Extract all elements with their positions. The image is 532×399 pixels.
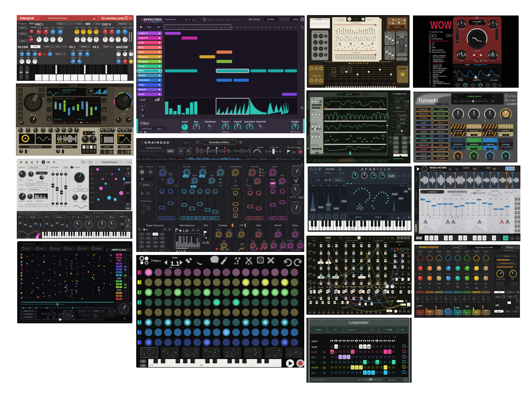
svg-text:SETTINGS: SETTINGS — [509, 95, 517, 97]
svg-text:-10: -10 — [499, 218, 501, 219]
svg-text:↺: ↺ — [140, 131, 142, 133]
svg-text:WAVE: WAVE — [453, 71, 456, 73]
svg-text:Gate: Gate — [351, 310, 354, 310]
svg-text:MIDI-IN: MIDI-IN — [317, 297, 321, 298]
svg-text:D 1: D 1 — [428, 312, 431, 313]
svg-text:Reso: Reso — [262, 172, 265, 174]
svg-text:19: 19 — [241, 27, 242, 28]
svg-text:WET: WET — [379, 379, 382, 381]
svg-text:Delay: Delay — [280, 175, 284, 176]
svg-text:Feedback: Feedback — [287, 240, 294, 242]
svg-text:RATE: RATE — [95, 34, 98, 36]
svg-text:VALUE: VALUE — [315, 105, 318, 106]
svg-text:⋯: ⋯ — [301, 89, 303, 91]
svg-text:RATE: RATE — [20, 57, 23, 58]
svg-text:⚛: ⚛ — [235, 209, 236, 211]
svg-text:A • SPIRIT • SPELL 2 • FLINT •: A • SPIRIT • SPELL 2 • FLINT • FLOPPO — [55, 98, 75, 100]
svg-text:▶: ▶ — [518, 208, 520, 209]
svg-text:♻: ♻ — [197, 229, 199, 231]
svg-text:MASTER: MASTER — [116, 46, 128, 49]
svg-text:LFO 2: LFO 2 — [96, 216, 100, 218]
svg-text:NOTE ON: NOTE ON — [400, 119, 406, 120]
svg-text:StutterBeat DWEnv: StutterBeat DWEnv — [209, 141, 229, 144]
svg-text:BND ▸: BND ▸ — [190, 218, 195, 219]
svg-text:ACTION SECTION: ACTION SECTION — [394, 134, 404, 135]
svg-text:10: 10 — [384, 237, 386, 239]
svg-text:Looper B: Looper B — [139, 37, 148, 39]
svg-text:▦: ▦ — [103, 109, 105, 111]
svg-text:◂Guitar Amp▸: ◂Guitar Amp▸ — [501, 144, 510, 145]
svg-text:PHASER: PHASER — [81, 46, 87, 48]
svg-text:L: L — [291, 203, 292, 205]
svg-text:SUGAR BYTES: SUGAR BYTES — [507, 103, 517, 105]
svg-text:Finalizer: Finalizer — [504, 255, 510, 257]
svg-text:LOOP: LOOP — [308, 160, 311, 160]
svg-text:FX 2: FX 2 — [312, 372, 316, 374]
svg-text:17: 17 — [429, 85, 431, 87]
svg-text:Pan: Pan — [449, 296, 451, 298]
svg-text:🗑: 🗑 — [169, 228, 171, 230]
svg-text:DAC: DAC — [384, 242, 387, 244]
svg-text:FX: FX — [397, 175, 401, 177]
svg-text:Env Decay: Env Decay — [231, 187, 240, 190]
svg-text:Reverb: Reverb — [275, 224, 281, 227]
svg-text:◐: ◐ — [393, 362, 394, 364]
svg-text:Abs: Abs — [162, 178, 164, 180]
svg-text:S E Q U E N C E R: S E Q U E N C E R — [44, 212, 58, 214]
svg-text:LFO 1: LFO 1 — [72, 216, 76, 218]
svg-text:13: 13 — [429, 77, 431, 79]
svg-text:Gate: Gate — [316, 299, 318, 300]
svg-text:Work: Work — [19, 179, 23, 181]
svg-text:JKT: JKT — [432, 45, 434, 46]
svg-text:◀: ◀ — [41, 313, 43, 315]
svg-text:D: D — [45, 35, 46, 37]
svg-text:SEQUENCER SETTINGS: SEQUENCER SETTINGS — [393, 111, 406, 113]
svg-text:Pan: Pan — [459, 296, 461, 298]
svg-text:VELOS: VELOS — [491, 60, 495, 61]
svg-text:VOCODIZER: VOCODIZER — [420, 149, 427, 150]
svg-text:Grain: Grain — [139, 41, 144, 44]
svg-text:⌃: ⌃ — [122, 150, 123, 152]
svg-text:◀: ◀ — [515, 226, 517, 227]
svg-text:3: 3 — [174, 27, 175, 28]
svg-text:Tail: Tail — [282, 240, 284, 242]
svg-text:▤: ▤ — [193, 18, 195, 21]
svg-text:1: 1 — [336, 346, 337, 348]
svg-text:Loop: Loop — [334, 26, 336, 27]
svg-text:Direct: Direct — [248, 187, 254, 190]
svg-text:Qnt: Qnt — [201, 176, 203, 178]
svg-text:DREAMCHANGER: DREAMCHANGER — [433, 61, 445, 62]
svg-text:26: 26 — [269, 27, 271, 28]
svg-text:Akustik Plucked: Akustik Plucked — [102, 161, 117, 163]
svg-text:Mode: Mode — [219, 182, 223, 184]
svg-text:21: 21 — [249, 27, 251, 28]
svg-text:FX1: FX1 — [118, 280, 120, 282]
svg-text:LFO 2: LFO 2 — [375, 216, 381, 218]
svg-text:5: 5 — [183, 27, 184, 28]
svg-text:Jitter: Jitter — [210, 175, 214, 176]
svg-text:15: 15 — [154, 246, 156, 248]
svg-text:Pitch: Pitch — [475, 253, 478, 255]
svg-text:Filter: Filter — [141, 121, 149, 126]
svg-text:ADDA: ADDA — [325, 237, 331, 239]
svg-text:⚛: ⚛ — [484, 286, 487, 289]
svg-text:AUTOPAN I: AUTOPAN I — [74, 34, 79, 36]
svg-text:♬: ♬ — [392, 236, 394, 239]
svg-text:DRY: DRY — [358, 379, 361, 381]
svg-text:Super Space Jam 8M: Super Space Jam 8M — [475, 246, 493, 249]
svg-text:Pitch: Pitch — [347, 310, 349, 310]
svg-text:✱ 4: ✱ 4 — [143, 228, 148, 231]
svg-text:PAD ▾: PAD ▾ — [465, 283, 469, 285]
svg-text:Osc 2: Osc 2 — [55, 206, 59, 207]
svg-text:Color: Color — [272, 240, 276, 242]
svg-text:↺: ↺ — [518, 199, 520, 200]
svg-text:SYNC: SYNC — [465, 64, 470, 66]
svg-text:R: R — [124, 35, 125, 37]
svg-text:▴: ▴ — [20, 118, 21, 120]
svg-text:Cutoff: Cutoff — [140, 98, 146, 101]
svg-text:6: 6 — [187, 27, 188, 28]
svg-text:⋯: ⋯ — [301, 65, 303, 68]
svg-text:5: 5 — [456, 198, 457, 200]
svg-text:Aux: Aux — [457, 315, 459, 316]
svg-text:FLANGER: FLANGER — [421, 122, 426, 124]
